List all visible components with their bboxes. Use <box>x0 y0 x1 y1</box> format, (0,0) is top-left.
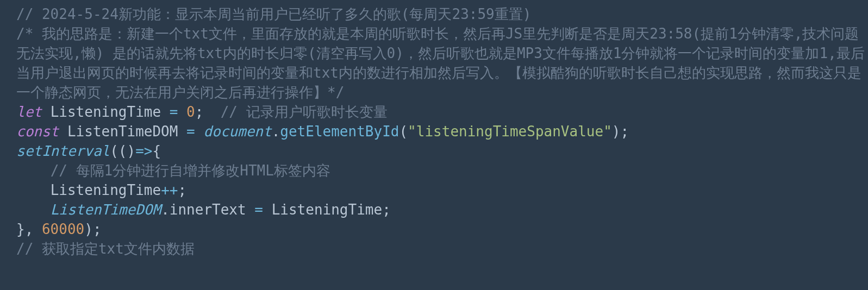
code-token: ( <box>399 123 408 140</box>
code-token: }, <box>16 221 42 237</box>
code-token <box>246 201 255 218</box>
code-token: => <box>135 143 152 159</box>
code-token: . <box>161 201 170 218</box>
code-token: document <box>203 123 271 140</box>
code-token: ListeningTime <box>51 104 161 120</box>
code-token: // 获取指定txt文件内数据 <box>16 241 195 257</box>
code-token: = <box>170 104 178 120</box>
code-token <box>178 104 186 120</box>
code-token <box>42 104 51 120</box>
code-token <box>178 123 186 140</box>
code-token: = <box>186 123 195 140</box>
code-token: (() <box>110 143 135 159</box>
code-token <box>263 201 272 218</box>
code-token: // 2024-5-24新功能：显示本周当前用户已经听了多久的歌(每周天23:5… <box>16 6 531 22</box>
code-token <box>195 123 204 140</box>
code-token: ); <box>612 123 629 140</box>
code-token <box>16 162 51 179</box>
code-token: ++ <box>161 182 178 198</box>
code-token <box>161 104 170 120</box>
code-token: ); <box>84 221 101 237</box>
code-token: 0 <box>186 104 195 120</box>
code-token <box>16 182 51 198</box>
code-token: = <box>254 201 263 218</box>
code-token: /* 我的思路是：新建一个txt文件，里面存放的就是本周的听歌时长，然后再JS里… <box>16 26 865 100</box>
code-token: ListeningTime <box>51 182 161 198</box>
code-token: getElementById <box>280 123 399 140</box>
code-token: "listeningTimeSpanValue" <box>408 123 612 140</box>
code-token: // 记录用户听歌时长变量 <box>221 104 388 120</box>
code-token: ; <box>178 182 186 198</box>
code-token: ; <box>382 201 391 218</box>
code-token: const <box>16 123 59 140</box>
code-token: ListenTimeDOM <box>67 123 178 140</box>
code-token: let <box>16 104 42 120</box>
code-token: innerText <box>170 201 246 218</box>
code-token: . <box>272 123 280 140</box>
code-token: // 每隔1分钟进行自增并修改HTML标签内容 <box>51 162 330 179</box>
code-token: ListenTimeDOM <box>51 201 161 218</box>
code-token: ; <box>195 104 221 120</box>
code-token: ListeningTime <box>272 201 383 218</box>
code-token <box>16 201 51 218</box>
code-editor[interactable]: // 2024-5-24新功能：显示本周当前用户已经听了多久的歌(每周天23:5… <box>0 0 868 259</box>
code-token: setInterval <box>16 143 110 159</box>
code-token: 60000 <box>42 221 84 237</box>
code-token <box>59 123 67 140</box>
code-token: { <box>152 143 161 159</box>
